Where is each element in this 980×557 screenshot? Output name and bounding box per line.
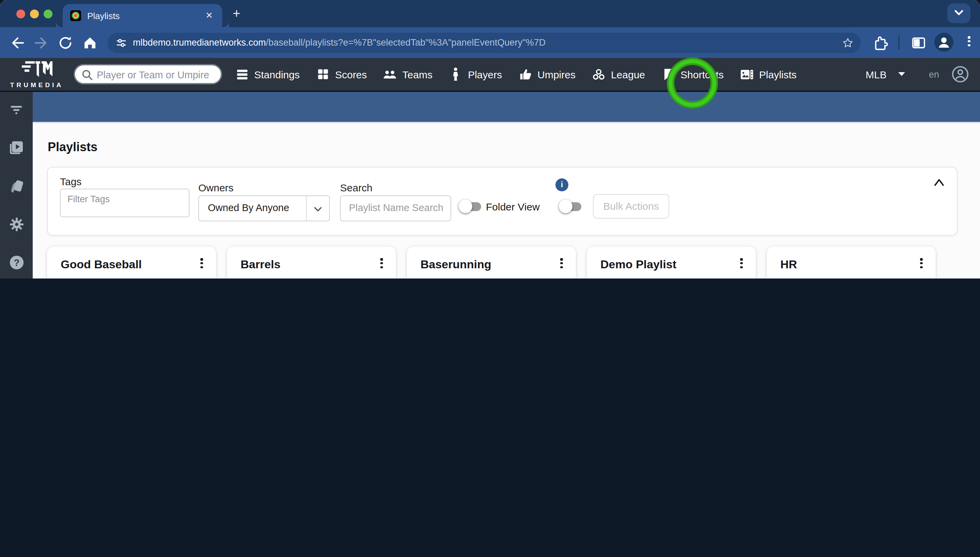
- sidebar-item-gear[interactable]: [0, 217, 33, 234]
- language-selector[interactable]: en: [929, 69, 939, 79]
- owners-select[interactable]: Owned By Anyone: [198, 195, 330, 221]
- card-menu-button[interactable]: [197, 257, 206, 272]
- nav-item-label: League: [611, 68, 645, 80]
- collapse-chevron-icon[interactable]: [934, 178, 944, 187]
- minimize-window-button[interactable]: [30, 9, 39, 18]
- site-info-icon[interactable]: [116, 37, 127, 48]
- new-tab-button[interactable]: +: [228, 5, 245, 23]
- back-button[interactable]: [9, 35, 25, 51]
- global-search[interactable]: [74, 64, 222, 85]
- trumedia-mark-icon: [20, 60, 53, 81]
- card-menu-button[interactable]: [377, 257, 386, 272]
- sidebar-item-swatches[interactable]: [0, 179, 33, 195]
- tags-filter-field[interactable]: [60, 189, 189, 217]
- tags-filter-input[interactable]: [66, 194, 185, 205]
- tab-close-icon[interactable]: ✕: [203, 10, 216, 22]
- account-icon[interactable]: [951, 65, 969, 83]
- bulk-actions-button[interactable]: Bulk Actions: [593, 194, 669, 218]
- video-playlists-icon: [8, 140, 24, 159]
- caret-down-icon[interactable]: [898, 72, 906, 77]
- playlist-title: Demo Playlist: [600, 258, 676, 272]
- content-area: Playlists Tags Owners Owned By Anyone Se…: [33, 123, 980, 278]
- shortcuts-icon: [662, 67, 675, 81]
- playlist-card[interactable]: Baserunningbrad@trumedianetworks.com2023…: [407, 246, 576, 278]
- playlist-card[interactable]: HRbrad@trumedianetworks.com2023-08-02HR1: [767, 246, 936, 278]
- card-menu-button[interactable]: [916, 257, 926, 272]
- gear-icon: [8, 216, 24, 235]
- nav-item-umpires[interactable]: Umpires: [518, 67, 575, 81]
- teams-icon: [383, 67, 397, 81]
- nav-item-players[interactable]: Players: [449, 67, 502, 81]
- url-text: mlbdemo.trumedianetworks.com/baseball/pl…: [133, 37, 546, 47]
- card-menu-button[interactable]: [737, 257, 746, 272]
- playlist-title: Good Baseball: [60, 258, 142, 272]
- nav-item-teams[interactable]: Teams: [383, 67, 433, 81]
- svg-text:?: ?: [14, 257, 20, 268]
- chevron-down-icon: [314, 206, 322, 212]
- scores-icon: [316, 67, 330, 81]
- nav-item-playlists[interactable]: Playlists: [740, 67, 797, 81]
- playlist-grid: Good Baseballbrad@trumedianetworks.com20…: [47, 246, 936, 278]
- playlist-title: Baserunning: [420, 258, 492, 272]
- umpires-icon: [518, 67, 532, 81]
- owners-label: Owners: [198, 182, 234, 194]
- card-menu-button[interactable]: [557, 257, 566, 272]
- sidebar-item-help[interactable]: ?: [0, 255, 33, 272]
- browser-toolbar: mlbdemo.trumedianetworks.com/baseball/pl…: [0, 27, 980, 58]
- side-panel-icon[interactable]: [910, 35, 927, 51]
- playlist-search-input[interactable]: [348, 202, 446, 214]
- left-sidebar: ?: [0, 92, 33, 278]
- league-selector[interactable]: MLB: [866, 68, 887, 80]
- nav-item-scores[interactable]: Scores: [316, 67, 367, 81]
- sidebar-item-filter-lines[interactable]: [0, 103, 33, 119]
- zoom-window-button[interactable]: [44, 9, 52, 18]
- browser-profile-avatar[interactable]: [934, 33, 954, 52]
- nav-items: StandingsScoresTeamsPlayersUmpiresLeague…: [235, 58, 797, 91]
- global-search-input[interactable]: [95, 67, 219, 83]
- league-icon: [592, 67, 606, 81]
- owners-selected-value: Owned By Anyone: [208, 202, 289, 213]
- nav-item-label: Standings: [254, 68, 299, 80]
- nav-item-label: Umpires: [537, 68, 575, 80]
- nav-item-standings[interactable]: Standings: [235, 67, 299, 81]
- nav-item-label: Shortcuts: [681, 68, 724, 80]
- playlists-icon: [740, 67, 754, 81]
- nav-item-shortcuts[interactable]: Shortcuts: [662, 67, 724, 81]
- filter-panel: Tags Owners Owned By Anyone Search Folde…: [47, 167, 957, 236]
- playlist-card[interactable]: Barrelsbrad@trumedianetworks.com2023-07-…: [227, 246, 396, 278]
- trumedia-logo[interactable]: TRUMEDIA: [4, 60, 70, 90]
- tags-label: Tags: [60, 176, 82, 187]
- bookmark-star-icon[interactable]: [842, 36, 854, 49]
- sidebar-item-video-playlists[interactable]: [0, 141, 33, 157]
- nav-item-league[interactable]: League: [592, 67, 645, 81]
- browser-window: Playlists ✕ + mlbdemo.trumedianetworks.c…: [0, 0, 980, 278]
- forward-button[interactable]: [33, 35, 50, 51]
- person-icon: [934, 33, 954, 52]
- url-path: /baseball/playlists?e=%7B"selectedTab"%3…: [266, 37, 546, 47]
- nav-item-label: Players: [468, 68, 502, 80]
- standings-icon: [235, 67, 249, 81]
- tab-search-button[interactable]: [947, 3, 970, 23]
- extensions-icon[interactable]: [873, 35, 889, 51]
- swatches-icon: [8, 178, 24, 197]
- search-label: Search: [340, 182, 372, 194]
- folder-view-toggle[interactable]: [459, 200, 482, 213]
- nav-right: MLB en: [866, 58, 980, 91]
- chevron-down-icon: [954, 10, 964, 16]
- playlist-search-field[interactable]: [340, 195, 451, 221]
- browser-menu-button[interactable]: [964, 35, 974, 50]
- toolbar-divider: [898, 36, 900, 50]
- reload-button[interactable]: [57, 35, 74, 51]
- browser-tab[interactable]: Playlists ✕: [63, 4, 222, 27]
- players-icon: [449, 67, 462, 81]
- playlist-card[interactable]: Good Baseballbrad@trumedianetworks.com20…: [47, 246, 216, 278]
- url-bar[interactable]: mlbdemo.trumedianetworks.com/baseball/pl…: [108, 33, 861, 53]
- folder-view-label: Folder View: [486, 201, 540, 212]
- search-icon: [81, 69, 93, 81]
- tab-title: Playlists: [87, 11, 119, 21]
- home-button[interactable]: [82, 35, 98, 51]
- info-icon[interactable]: i: [555, 178, 568, 191]
- close-window-button[interactable]: [16, 9, 25, 18]
- playlist-card[interactable]: Demo Playlistbrad@trumedianetworks.com20…: [587, 246, 756, 278]
- bulk-actions-toggle[interactable]: [559, 200, 582, 213]
